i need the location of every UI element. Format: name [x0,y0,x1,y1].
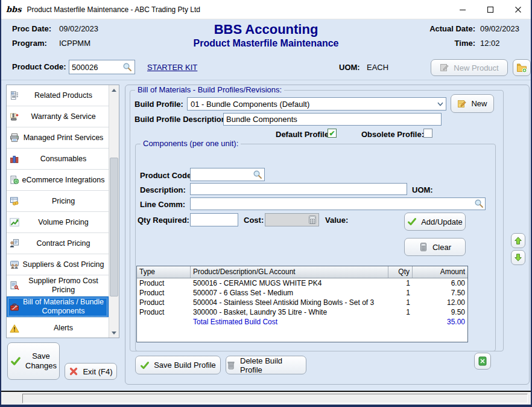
time-value: 12:02 [480,39,524,48]
note-edit-icon [457,99,467,109]
scrollbar-up-icon[interactable] [109,85,119,95]
titlebar: bbs Product Masterfile Maintenance - ABC… [0,0,532,19]
save-changes-button[interactable]: Save Changes [7,342,60,380]
header-right: Actual Date: 09/02/2023 Time: 12:02 [420,24,524,53]
sidebar-scrollbar[interactable] [109,85,119,338]
open-product-button[interactable] [513,59,531,76]
table-row[interactable]: Product 500004 - Stainless Steel Antiski… [137,298,467,307]
save-build-profile-label: Save Build Profile [154,361,216,370]
table-row[interactable]: Product 500007 - 6 Glass Set - Medium 1 … [137,288,467,298]
sidebar-item-alerts[interactable]: Alerts [7,318,109,338]
minimize-icon[interactable] [449,0,477,19]
sidebar-item-suppliers-cost[interactable]: Suppliers & Cost Pricing [7,254,109,275]
toolbox-icon [10,302,19,312]
sidebar-item-contract-pricing[interactable]: Contract Pricing [7,233,109,254]
line-comm-label: Line Comm: [140,200,185,209]
components-table: Type Product/Description/GL Account Qty … [136,266,468,342]
scrollbar-thumb[interactable] [110,158,118,296]
new-profile-label: New [471,99,487,108]
col-amount[interactable]: Amount [413,266,467,278]
build-profiles-legend: Bill of Materials - Build Profiles/Revis… [135,85,284,94]
cost-label: Cost: [244,216,264,225]
qty-required-input[interactable] [190,213,238,226]
sidebar-item-warranty-service[interactable]: Warranty & Service [7,106,109,127]
add-update-button[interactable]: Add/Update [404,213,466,231]
profile-description-input[interactable] [223,113,442,126]
move-up-button[interactable] [511,233,525,248]
actual-date-value: 09/02/2023 [480,24,524,33]
person-board-icon [10,239,19,248]
col-type[interactable]: Type [137,266,191,278]
save-build-profile-button[interactable]: Save Build Profile [135,356,221,374]
product-code-label: Product Code: [12,62,66,71]
sidebar-item-related-products[interactable]: Related Products [7,85,109,106]
component-code-label: Product Code: [140,171,194,180]
component-magnifier-icon[interactable] [253,170,262,179]
component-description-label: Description: [140,185,186,194]
note-edit-icon-disabled [440,63,449,72]
actual-date-label: Actual Date: [420,24,475,33]
bar-chart-icon [10,154,19,164]
close-icon[interactable] [504,0,532,19]
sidebar-item-supplier-promo[interactable]: Supplier Promo Cost Pricing [7,275,109,296]
chevron-down-icon [435,98,446,110]
green-check-icon [407,217,417,226]
price-table-icon [10,196,19,206]
product-name-link[interactable]: STARTER KIT [147,63,197,72]
line-comm-magnifier-icon[interactable] [474,199,484,208]
app-window: bbs Product Masterfile Maintenance - ABC… [0,0,532,407]
new-product-label: New Product [454,63,498,72]
build-profile-value: 01 - Bundle Components (Default) [191,100,309,109]
status-bar [1,392,531,405]
sidebar-item-consumables[interactable]: Consumables [7,149,109,170]
obsolete-profile-checkbox[interactable] [423,129,432,138]
calculator-gray-icon [419,242,428,252]
new-product-button[interactable]: New Product [431,59,508,76]
time-label: Time: [420,39,475,48]
sidebar-item-managed-print[interactable]: Managed Print Services [7,127,109,149]
total-label: Total Estimated Build Cost [191,317,388,327]
line-comm-input[interactable] [190,197,486,210]
excel-export-icon [478,356,487,366]
divider-line [1,80,531,80]
green-up-arrow-icon [514,236,522,245]
exit-button[interactable]: Exit (F4) [65,363,117,380]
sidebar-item-volume-pricing[interactable]: Volume Pricing [7,212,109,233]
uom-label: UOM: [339,63,360,72]
green-down-arrow-icon [514,253,522,262]
table-header: Type Product/Description/GL Account Qty … [137,266,467,278]
total-value: 35.00 [413,317,467,327]
component-description-input[interactable] [190,183,407,195]
trend-up-icon [10,217,19,227]
clear-button[interactable]: Clear [404,238,466,256]
default-profile-checkbox[interactable] [328,129,337,138]
sidebar-item-ecommerce[interactable]: eCommerce Integrations [7,170,109,191]
people-desk-icon [10,260,19,269]
scrollbar-down-icon[interactable] [109,328,119,338]
save-changes-label: Save Changes [25,351,57,371]
warning-triangle-icon [10,324,19,333]
new-profile-button[interactable]: New [451,94,494,113]
delete-build-profile-label: Delete Build Profile [240,356,306,374]
uom-value: EACH [367,63,388,72]
sidebar-item-pricing[interactable]: Pricing [7,191,109,212]
col-qty[interactable]: Qty [388,266,413,278]
delete-build-profile-button[interactable]: Delete Build Profile [226,356,306,374]
green-check-icon [10,356,21,367]
magnifier-icon[interactable] [122,62,132,72]
table-row[interactable]: Product 500016 - CERAMIC MUGS WHITE PK4 … [137,278,467,288]
folder-add-icon [516,62,527,73]
move-down-button[interactable] [511,250,525,265]
app-logo-icon: bbs [6,5,22,14]
window-title: Product Masterfile Maintenance - ABC Tra… [27,5,200,14]
maximize-icon[interactable] [477,0,504,19]
sidebar-items: Related Products Warranty & Service Mana… [7,85,109,338]
sidebar-item-bill-of-materials[interactable]: Bill of Materials / Bundle Components [7,296,109,318]
table-row[interactable]: Product 300000 - Basket, Laundry 35 Litr… [137,307,467,317]
col-product[interactable]: Product/Description/GL Account [191,266,388,278]
exit-label: Exit (F4) [83,367,112,376]
export-excel-button[interactable] [474,353,491,370]
build-profile-select[interactable]: 01 - Bundle Components (Default) [187,97,446,111]
stamp-icon [10,112,19,121]
component-uom-label: UOM: [412,185,433,194]
